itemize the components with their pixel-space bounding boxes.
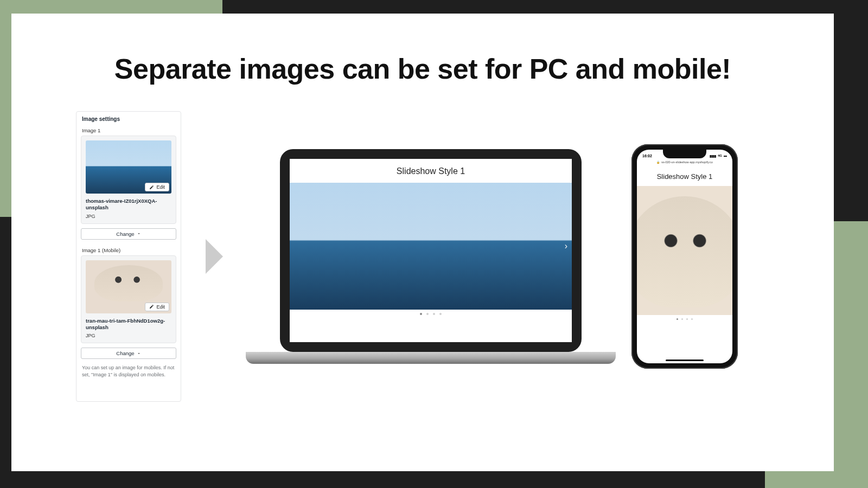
edit-label: Edit — [156, 304, 165, 310]
arrow-icon — [206, 239, 223, 274]
image1-filename: thomas-vimare-IZ01rjX0XQA-unsplash — [86, 194, 171, 211]
battery-icon: ▬ — [724, 154, 727, 157]
pencil-icon — [149, 185, 154, 190]
phone-notch — [663, 150, 706, 158]
edit-label: Edit — [156, 184, 165, 190]
image1-filetype: JPG — [86, 211, 171, 219]
dot-1[interactable] — [420, 313, 422, 315]
image1-mobile-card: Edit tran-mau-tri-tam-FbhNdD1ow2g-unspla… — [81, 255, 176, 344]
laptop-slideshow-title: Slideshow Style 1 — [290, 159, 572, 183]
phone-mockup: 16:02 ▮▮▮▮ 4G ▬ 🔒 ss-020-un-slideshow-ap… — [631, 144, 738, 369]
image1-label: Image 1 — [76, 124, 181, 134]
signal-icon: ▮▮▮▮ — [710, 154, 716, 158]
panel-title: Image settings — [76, 112, 181, 124]
phone-slide-image — [637, 186, 732, 315]
laptop-body: Slideshow Style 1 › — [280, 149, 582, 352]
image1-mobile-filename: tran-mau-tri-tam-FbhNdD1ow2g-unsplash — [86, 313, 171, 331]
lock-icon: 🔒 — [656, 160, 660, 164]
dot-2[interactable] — [426, 313, 429, 315]
image1-thumbnail[interactable]: Edit — [86, 140, 171, 194]
phone-screen: 16:02 ▮▮▮▮ 4G ▬ 🔒 ss-020-un-slideshow-ap… — [637, 150, 732, 363]
image1-mobile-label: Image 1 (Mobile) — [76, 244, 181, 254]
pencil-icon — [149, 304, 154, 309]
image-settings-panel: Image settings Image 1 Edit thomas-vimar… — [76, 111, 181, 402]
content-card: Separate images can be set for PC and mo… — [11, 14, 834, 471]
image1-mobile-edit-button[interactable]: Edit — [145, 303, 169, 311]
laptop-pagination-dots — [290, 310, 572, 318]
image1-card: Edit thomas-vimare-IZ01rjX0XQA-unsplash … — [81, 136, 176, 224]
change-label: Change — [116, 231, 134, 237]
status-icons: ▮▮▮▮ 4G ▬ — [710, 154, 727, 158]
laptop-slide-image: › — [290, 183, 572, 310]
url-text: ss-020-un-slideshow-app.myshopify.co — [661, 160, 713, 164]
image1-mobile-change-button[interactable]: Change — [81, 348, 176, 359]
laptop-base — [246, 352, 616, 364]
url-bar: 🔒 ss-020-un-slideshow-app.myshopify.co — [637, 159, 732, 166]
laptop-mockup: Slideshow Style 1 › — [246, 149, 616, 364]
dot-1[interactable] — [676, 318, 678, 320]
phone-pagination-dots — [637, 315, 732, 323]
image1-mobile-thumbnail[interactable]: Edit — [86, 260, 171, 313]
page-headline: Separate images can be set for PC and mo… — [11, 53, 834, 85]
help-text: You can set up an image for mobiles. If … — [76, 363, 181, 382]
dot-4[interactable] — [691, 318, 693, 320]
status-time: 16:02 — [642, 154, 652, 158]
laptop-screen: Slideshow Style 1 › — [290, 159, 572, 342]
chevron-down-icon — [137, 232, 141, 236]
dot-3[interactable] — [686, 318, 688, 320]
next-slide-button[interactable]: › — [565, 241, 567, 251]
network-label: 4G — [718, 154, 722, 157]
image1-edit-button[interactable]: Edit — [145, 183, 169, 191]
image1-mobile-filetype: JPG — [86, 331, 171, 338]
phone-slideshow-title: Slideshow Style 1 — [637, 166, 732, 186]
image1-change-button[interactable]: Change — [81, 228, 176, 240]
home-indicator — [666, 359, 704, 361]
dot-2[interactable] — [681, 318, 683, 320]
chevron-down-icon — [137, 351, 141, 356]
dot-4[interactable] — [439, 313, 442, 315]
dot-3[interactable] — [433, 313, 435, 315]
change-label: Change — [116, 350, 134, 356]
